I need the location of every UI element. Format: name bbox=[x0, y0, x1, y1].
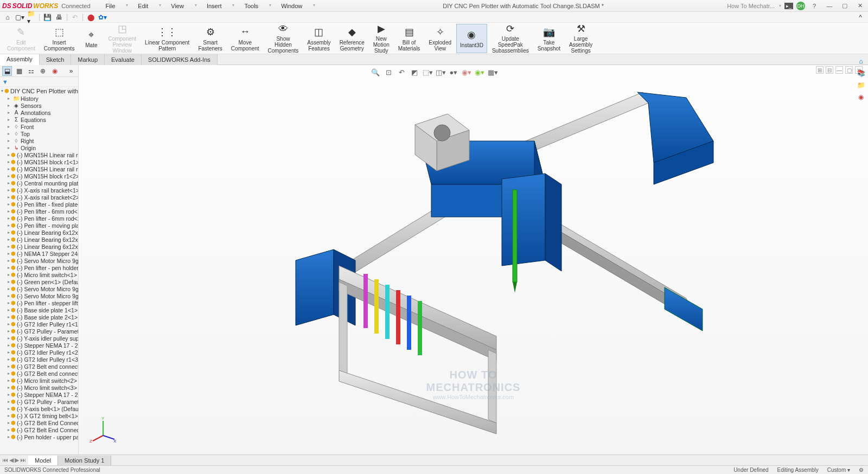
tree-item[interactable]: ▸◊Front bbox=[0, 123, 78, 130]
view-triad[interactable]: Y Z X bbox=[90, 417, 117, 444]
tree-part-item[interactable]: ▸⬢(-) Stepper NEMA 17 - 20mm shaf bbox=[0, 391, 78, 398]
ribbon-smart-fasteners[interactable]: ⚙Smart Fasteners bbox=[194, 24, 226, 53]
tree-part-item[interactable]: ▸⬢(-) MGN15H block r1<1> (Default) bbox=[0, 158, 78, 165]
tree-part-item[interactable]: ▸⬢(-) GT2 Pulley - Parametric r1<2> ( bbox=[0, 398, 78, 405]
ribbon-instant3d[interactable]: ◉Instant3D bbox=[456, 24, 487, 53]
tree-part-item[interactable]: ▸⬢(-) Micro limit switch<1> (Micro li bbox=[0, 271, 78, 278]
tree-item[interactable]: ▸◈Sensors bbox=[0, 102, 78, 109]
doc-view2-icon[interactable]: ⊟ bbox=[826, 66, 833, 74]
ribbon-update-speedpak-subassemblies[interactable]: ⟳Update SpeedPak Subassemblies bbox=[488, 24, 533, 53]
resize-icon[interactable]: » bbox=[66, 66, 76, 76]
tree-part-item[interactable]: ▸⬢(-) Base side plate 2<1> (Default) < bbox=[0, 313, 78, 321]
dimexpert-icon[interactable]: ⊕ bbox=[38, 66, 48, 76]
print-icon[interactable]: 🖶 bbox=[55, 13, 63, 22]
tree-part-item[interactable]: ▸⬢(-) GT2 Pulley - Parametric r1<1> ( bbox=[0, 328, 78, 335]
tree-part-item[interactable]: ▸⬢(-) Micro limit switch<2> (Micro li bbox=[0, 377, 78, 384]
property-manager-icon[interactable]: ▦ bbox=[14, 66, 24, 76]
hide-show-icon[interactable]: ●▾ bbox=[449, 67, 458, 77]
tree-part-item[interactable]: ▸⬢(-) X-axis rail bracket<2> (Defaul bbox=[0, 194, 78, 201]
3d-viewport[interactable]: HOW TO MECHATRONICS www.HowToMechatronic… bbox=[79, 65, 868, 454]
status-units[interactable]: Custom ▾ bbox=[827, 467, 850, 473]
tree-part-item[interactable]: ▸⬢(-) Servo Motor Micro 9g horn<1> bbox=[0, 285, 78, 292]
feature-tree[interactable]: ▸📁History▸◈Sensors▸AAnnotations▸ΣEquatio… bbox=[0, 95, 78, 454]
menu-view[interactable]: View bbox=[167, 2, 188, 10]
tab-first-icon[interactable]: ⏮ bbox=[2, 457, 8, 464]
zoom-area-icon[interactable]: ⊡ bbox=[384, 67, 393, 77]
tree-part-item[interactable]: ▸⬢(-) MGN15H block r1<2> (Default) bbox=[0, 172, 78, 180]
tree-part-item[interactable]: ▸⬢(-) Linear Bearing 6x12x19<2> (Lin bbox=[0, 229, 78, 236]
tree-part-item[interactable]: ▸⬢(-) Pen lifter - fixed plate<1> (Defa bbox=[0, 201, 78, 208]
tab-evaluate[interactable]: Evaluate bbox=[105, 54, 142, 65]
tree-item[interactable]: ▸◊Top bbox=[0, 130, 78, 137]
status-extra-icon[interactable]: ⚙ bbox=[859, 467, 864, 473]
save-icon[interactable]: 💾 bbox=[43, 13, 52, 22]
new-icon[interactable]: ▢▾ bbox=[15, 13, 24, 22]
tree-part-item[interactable]: ▸⬢(-) X GT2 timing belt<1> (Default) bbox=[0, 412, 78, 419]
tree-part-item[interactable]: ▸⬢(-) Micro limit switch<3> (Micro li bbox=[0, 384, 78, 391]
cloud-icon[interactable]: ▸_ bbox=[784, 3, 793, 9]
section-icon[interactable]: ◩ bbox=[410, 67, 419, 77]
menu-tools[interactable]: Tools bbox=[240, 2, 263, 10]
tree-part-item[interactable]: ▸⬢(-) GT2 Belt End Connector v2<1> bbox=[0, 419, 78, 426]
prev-view-icon[interactable]: ↶ bbox=[397, 67, 406, 77]
view-settings-icon[interactable]: ▦▾ bbox=[488, 67, 497, 77]
ribbon-move-component[interactable]: ↔Move Component bbox=[227, 24, 263, 53]
zoom-fit-icon[interactable]: 🔍 bbox=[371, 67, 380, 77]
user-badge[interactable]: DH bbox=[796, 2, 805, 10]
tree-part-item[interactable]: ▸⬢(-) Y-axis idler pulley support<1> ( bbox=[0, 335, 78, 342]
tree-part-item[interactable]: ▸⬢(-) Pen lifter - pen holder<1> (Defa bbox=[0, 264, 78, 271]
scene-icon[interactable]: ◉▾ bbox=[462, 67, 471, 77]
ribbon-show-hidden-components[interactable]: 👁Show Hidden Components bbox=[264, 24, 303, 53]
help-icon[interactable]: ? bbox=[808, 1, 820, 11]
doc-minimize-icon[interactable]: — bbox=[835, 66, 843, 74]
chevron-down-icon[interactable]: ▾ bbox=[779, 3, 781, 8]
tree-part-item[interactable]: ▸⬢(-) Central mounting plate<1> (De bbox=[0, 180, 78, 187]
ribbon-bill-of-materials[interactable]: ▤Bill of Materials bbox=[394, 24, 424, 53]
appearances-icon[interactable]: ◉ bbox=[856, 92, 866, 102]
ribbon-take-snapshot[interactable]: 📷Take Snapshot bbox=[534, 24, 564, 53]
menu-insert[interactable]: Insert bbox=[202, 2, 226, 10]
tree-part-item[interactable]: ▸⬢(-) Y-axis belt<1> (Default) < bbox=[0, 405, 78, 412]
ribbon-exploded-view[interactable]: ✧Exploded View bbox=[425, 24, 455, 53]
tab-markup[interactable]: Markup bbox=[71, 54, 105, 65]
tree-item[interactable]: ▸↳Origin bbox=[0, 144, 78, 151]
tree-part-item[interactable]: ▸⬢(-) Stepper NEMA 17 - 20mm shaf bbox=[0, 342, 78, 349]
tree-part-item[interactable]: ▸⬢(-) Servo Motor Micro 9g-r4<1> (D bbox=[0, 257, 78, 264]
filter-icon[interactable]: ▼ bbox=[2, 79, 8, 85]
tree-item[interactable]: ▸◊Right bbox=[0, 137, 78, 144]
tree-part-item[interactable]: ▸⬢(-) Green pen<1> (Default) < bbox=[0, 278, 78, 285]
configuration-icon[interactable]: ⚏ bbox=[26, 66, 36, 76]
tab-solidworks-add-ins[interactable]: SOLIDWORKS Add-Ins bbox=[142, 54, 218, 65]
menu-file[interactable]: File bbox=[101, 2, 120, 10]
close-icon[interactable]: ✕ bbox=[854, 1, 866, 11]
feature-tree-icon[interactable]: ⬓ bbox=[2, 66, 12, 76]
view-orientation-icon[interactable]: ⬚▾ bbox=[423, 67, 432, 77]
tree-part-item[interactable]: ▸⬢(-) Pen lifter - moving plate - Z - a bbox=[0, 222, 78, 229]
tab-next-icon[interactable]: ▶ bbox=[15, 457, 19, 464]
tree-part-item[interactable]: ▸⬢(-) Pen lifter - stepper lifter v2<1> bbox=[0, 299, 78, 306]
tree-part-item[interactable]: ▸⬢(-) GT2 Belt end connector<1> (De bbox=[0, 363, 78, 370]
ribbon-insert-components[interactable]: ⬚Insert Components bbox=[40, 24, 79, 53]
tree-item[interactable]: ▸AAnnotations bbox=[0, 109, 78, 116]
ribbon-assembly-features[interactable]: ◫Assembly Features bbox=[303, 24, 334, 53]
tab-sketch[interactable]: Sketch bbox=[40, 54, 72, 65]
menu-edit[interactable]: Edit bbox=[133, 2, 152, 10]
bottom-tab-motion-study-1[interactable]: Motion Study 1 bbox=[58, 456, 111, 465]
tree-part-item[interactable]: ▸⬢(-) Pen lifter - 6mm rod<2> (Defau bbox=[0, 215, 78, 222]
tree-part-item[interactable]: ▸⬢(-) X-axis rail bracket<1> (Defaul bbox=[0, 187, 78, 194]
resources-icon[interactable]: ⌂ bbox=[856, 56, 866, 66]
tree-part-item[interactable]: ▸⬢(-) Servo Motor Micro 9g horn - p bbox=[0, 292, 78, 299]
ribbon-new-motion-study[interactable]: ▶New Motion Study bbox=[369, 24, 393, 53]
search-hint[interactable]: How To Mechatr... bbox=[727, 3, 775, 9]
rebuild-icon[interactable]: ⬤ bbox=[86, 13, 95, 22]
undo-icon[interactable]: ↶ bbox=[71, 13, 79, 22]
tab-assembly[interactable]: Assembly bbox=[0, 54, 40, 65]
options-icon[interactable]: ✿▾ bbox=[98, 13, 107, 22]
tree-part-item[interactable]: ▸⬢(-) GT2 Idler Pulley r1<1> (Default) bbox=[0, 321, 78, 328]
tree-part-item[interactable]: ▸⬢(-) GT2 Idler Pulley r1<3> (Default) bbox=[0, 356, 78, 363]
tree-part-item[interactable]: ▸⬢(-) MGN15H Linear rail r2<1> (Def bbox=[0, 151, 78, 158]
ribbon-reference-geometry[interactable]: ◆Reference Geometry bbox=[336, 24, 368, 53]
tree-part-item[interactable]: ▸⬢(-) GT2 Belt End Connector v2<2> bbox=[0, 426, 78, 433]
bottom-tab-model[interactable]: Model bbox=[28, 456, 58, 465]
design-library-icon[interactable]: 📚 bbox=[856, 68, 866, 78]
